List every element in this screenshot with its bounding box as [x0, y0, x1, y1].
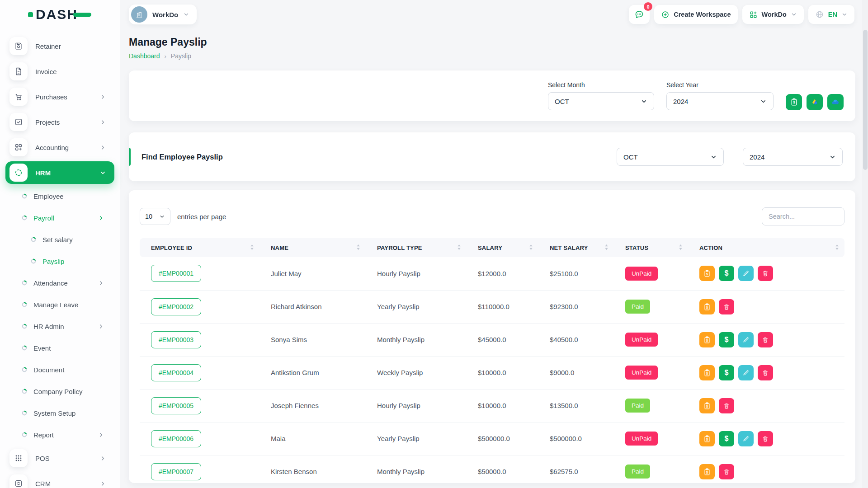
- view-payslip-button[interactable]: $: [699, 365, 715, 380]
- sidebar-item-report[interactable]: Report: [5, 424, 114, 446]
- sidebar-item-hrm[interactable]: HRM: [5, 161, 114, 184]
- payroll-type: Yearly Payslip: [366, 290, 467, 323]
- sidebar-item-label: Employee: [33, 192, 64, 200]
- column-header-status[interactable]: STATUS: [614, 238, 688, 257]
- sidebar-item-projects[interactable]: Projects: [5, 109, 114, 135]
- year-select[interactable]: 2024: [666, 92, 774, 110]
- column-header-salary[interactable]: SALARY: [467, 238, 538, 257]
- sidebar-item-purchases[interactable]: Purchases: [5, 84, 114, 109]
- sidebar-item-set-salary[interactable]: Set salary: [5, 229, 114, 250]
- employee-id-badge[interactable]: #EMP00002: [151, 298, 201, 315]
- column-header-employee-id[interactable]: EMPLOYEE ID: [140, 238, 259, 257]
- messages-button[interactable]: 0: [629, 5, 650, 24]
- sort-icon[interactable]: [835, 244, 839, 252]
- search-input[interactable]: [762, 207, 844, 225]
- status-badge: Paid: [625, 399, 650, 413]
- view-payslip-button[interactable]: $: [699, 398, 715, 413]
- pay-button[interactable]: $: [719, 266, 734, 281]
- breadcrumb-separator: ›: [165, 53, 166, 60]
- sort-icon[interactable]: [457, 244, 461, 252]
- generate-payslip-button[interactable]: $: [786, 94, 802, 110]
- column-header-label: STATUS: [625, 244, 648, 251]
- column-header-payroll-type[interactable]: PAYROLL TYPE: [366, 238, 467, 257]
- sidebar-item-label: HRM: [35, 169, 51, 177]
- delete-button[interactable]: [758, 332, 773, 347]
- employee-id-badge[interactable]: #EMP00003: [151, 331, 201, 348]
- employee-id-badge[interactable]: #EMP00001: [151, 265, 201, 282]
- pay-button[interactable]: $: [719, 332, 734, 347]
- sidebar-item-invoice[interactable]: Invoice: [5, 59, 114, 84]
- create-workspace-button[interactable]: Create Workspace: [654, 5, 737, 24]
- sort-icon[interactable]: [250, 244, 254, 252]
- sidebar-item-payroll[interactable]: Payroll: [5, 207, 114, 229]
- view-payslip-button[interactable]: $: [699, 299, 715, 314]
- employee-id-badge[interactable]: #EMP00006: [151, 430, 201, 447]
- drive-export-button[interactable]: [807, 94, 823, 110]
- payroll-type: Yearly Payslip: [366, 422, 467, 455]
- page-size-select[interactable]: 10: [140, 208, 170, 225]
- sidebar-item-system-setup[interactable]: System Setup: [5, 402, 114, 424]
- sidebar-item-company-policy[interactable]: Company Policy: [5, 380, 114, 402]
- delete-button[interactable]: [758, 365, 773, 380]
- dollar-icon: $: [725, 369, 729, 376]
- language-selector[interactable]: EN: [808, 5, 854, 24]
- sidebar-item-accounting[interactable]: Accounting: [5, 135, 114, 160]
- view-payslip-button[interactable]: $: [699, 431, 715, 446]
- find-month-select[interactable]: OCT: [617, 148, 724, 166]
- delete-button[interactable]: [758, 431, 773, 446]
- employee-id-badge[interactable]: #EMP00004: [151, 364, 201, 381]
- sidebar-item-document[interactable]: Document: [5, 359, 114, 380]
- workspace-switcher[interactable]: WorkDo: [129, 5, 197, 24]
- entries-per-page-label: entries per page: [177, 213, 226, 221]
- chevron-right-icon: [98, 280, 104, 286]
- sidebar-item-retainer[interactable]: Retainer: [5, 33, 114, 59]
- net-salary-value: $13500.0: [538, 389, 614, 422]
- view-payslip-button[interactable]: $: [699, 266, 715, 281]
- edit-button[interactable]: [738, 365, 754, 380]
- sidebar-item-payslip[interactable]: Payslip: [5, 250, 114, 272]
- app-logo[interactable]: DASH: [0, 0, 120, 29]
- sidebar-item-label: Accounting: [35, 144, 69, 151]
- employee-id-badge[interactable]: #EMP00007: [151, 463, 201, 480]
- column-header-name[interactable]: NAME: [259, 238, 366, 257]
- pay-button[interactable]: $: [719, 365, 734, 380]
- workdo-menu-button[interactable]: WorkDo: [742, 5, 804, 24]
- sidebar-item-manage-leave[interactable]: Manage Leave: [5, 294, 114, 315]
- edit-button[interactable]: [738, 431, 754, 446]
- row-actions: $$: [699, 365, 844, 380]
- sidebar-item-crm[interactable]: CRM: [5, 471, 114, 488]
- sidebar-item-attendance[interactable]: Attendance: [5, 272, 114, 294]
- delete-button[interactable]: [719, 398, 734, 413]
- edit-button[interactable]: [738, 332, 754, 347]
- edit-button[interactable]: [738, 266, 754, 281]
- sidebar-item-label: Purchases: [35, 93, 67, 101]
- sidebar-item-employee[interactable]: Employee: [5, 185, 114, 207]
- scrollbar-thumb[interactable]: [863, 30, 868, 170]
- chat-bubble-icon: [634, 9, 644, 19]
- sort-icon[interactable]: [604, 244, 609, 252]
- view-payslip-button[interactable]: $: [699, 332, 715, 347]
- sidebar-item-hr-admin[interactable]: HR Admin: [5, 315, 114, 337]
- breadcrumb-dashboard-link[interactable]: Dashboard: [129, 52, 160, 60]
- sort-icon[interactable]: [529, 244, 533, 252]
- pay-button[interactable]: $: [719, 431, 734, 446]
- sort-icon[interactable]: [356, 244, 360, 252]
- onedrive-export-button[interactable]: [827, 94, 844, 110]
- delete-button[interactable]: [719, 464, 734, 479]
- sort-icon[interactable]: [679, 244, 683, 252]
- status-badge: Paid: [625, 300, 650, 314]
- delete-button[interactable]: [719, 299, 734, 314]
- column-header-net-salary[interactable]: NET SALARY: [538, 238, 614, 257]
- column-header-action[interactable]: ACTION: [688, 238, 844, 257]
- sidebar-item-pos[interactable]: POS: [5, 446, 114, 471]
- delete-button[interactable]: [758, 266, 773, 281]
- select-month-field: Select Month OCT: [548, 81, 654, 110]
- drive-icon: [811, 98, 819, 106]
- month-select[interactable]: OCT: [548, 92, 654, 110]
- find-year-select[interactable]: 2024: [743, 148, 843, 166]
- sidebar-item-label: POS: [35, 455, 50, 462]
- view-payslip-button[interactable]: $: [699, 464, 715, 479]
- page-scrollbar[interactable]: [862, 0, 868, 488]
- sidebar-item-event[interactable]: Event: [5, 337, 114, 359]
- employee-id-badge[interactable]: #EMP00005: [151, 397, 201, 414]
